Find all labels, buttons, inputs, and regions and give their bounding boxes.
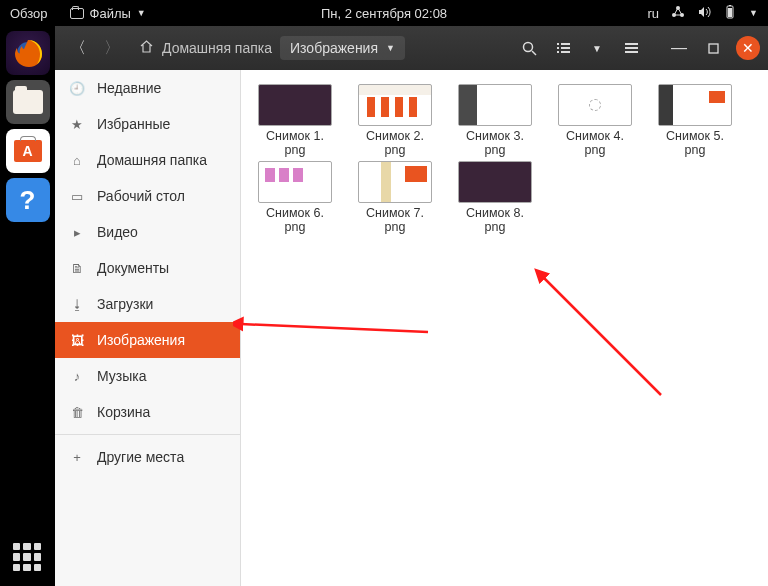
svg-rect-8 (557, 43, 559, 45)
sidebar-item-pictures[interactable]: 🖼Изображения (55, 322, 240, 358)
breadcrumb: Домашняя папка Изображения ▼ (139, 36, 405, 60)
chevron-down-icon: ▼ (386, 43, 395, 53)
file-label: Снимок 1. png (266, 129, 324, 157)
app-menu[interactable]: Файлы (90, 6, 131, 21)
annotation-arrow-1 (233, 312, 433, 342)
file-thumbnail (358, 84, 432, 126)
trash-icon: 🗑 (69, 404, 85, 420)
sidebar-item-starred[interactable]: ★Избранные (55, 106, 240, 142)
network-icon[interactable] (671, 5, 685, 22)
search-button[interactable] (514, 33, 544, 63)
sidebar: 🕘Недавние ★Избранные ⌂Домашняя папка ▭Ра… (55, 70, 241, 586)
music-icon: ♪ (69, 368, 85, 384)
sidebar-item-downloads[interactable]: ⭳Загрузки (55, 286, 240, 322)
sidebar-item-other[interactable]: +Другие места (55, 439, 240, 475)
svg-rect-9 (561, 43, 570, 45)
clock[interactable]: Пн, 2 сентября 02:08 (321, 6, 447, 21)
launcher: ? (0, 26, 55, 586)
file-item[interactable]: Снимок 5. png (649, 84, 741, 157)
document-icon: 🗎 (69, 260, 85, 276)
home-icon[interactable] (139, 39, 154, 57)
sidebar-item-label: Рабочий стол (97, 188, 185, 204)
svg-rect-17 (709, 44, 718, 53)
clock-icon: 🕘 (69, 80, 85, 96)
file-thumbnail (358, 161, 432, 203)
file-item[interactable]: Снимок 6. png (249, 161, 341, 234)
launcher-software[interactable] (6, 129, 50, 173)
file-item[interactable]: Снимок 3. png (449, 84, 541, 157)
chevron-down-icon[interactable]: ▼ (749, 8, 758, 18)
svg-rect-14 (625, 43, 638, 45)
file-label: Снимок 2. png (366, 129, 424, 157)
launcher-help[interactable]: ? (6, 178, 50, 222)
sidebar-item-music[interactable]: ♪Музыка (55, 358, 240, 394)
file-item[interactable]: Снимок 8. png (449, 161, 541, 234)
file-label: Снимок 3. png (466, 129, 524, 157)
hamburger-menu-button[interactable] (616, 33, 646, 63)
top-bar: Обзор Файлы ▼ Пн, 2 сентября 02:08 ru ▼ (0, 0, 768, 26)
svg-rect-5 (729, 5, 731, 6)
file-item[interactable]: Снимок 4. png (549, 84, 641, 157)
file-item[interactable]: Снимок 7. png (349, 161, 441, 234)
nav-forward-button[interactable]: 〉 (97, 33, 127, 63)
view-list-button[interactable] (548, 33, 578, 63)
sidebar-item-label: Недавние (97, 80, 161, 96)
file-label: Снимок 7. png (366, 206, 424, 234)
crumb-home[interactable]: Домашняя папка (162, 40, 272, 56)
home-icon: ⌂ (69, 152, 85, 168)
sidebar-item-documents[interactable]: 🗎Документы (55, 250, 240, 286)
files-window: 〈 〉 Домашняя папка Изображения ▼ ▼ — ✕ 🕘… (55, 26, 768, 586)
download-icon: ⭳ (69, 296, 85, 312)
header-bar: 〈 〉 Домашняя папка Изображения ▼ ▼ — ✕ (55, 26, 768, 70)
file-thumbnail (458, 161, 532, 203)
crumb-current[interactable]: Изображения ▼ (280, 36, 405, 60)
plus-icon: + (69, 449, 85, 465)
sidebar-item-label: Другие места (97, 449, 184, 465)
window-maximize-button[interactable] (698, 33, 728, 63)
svg-rect-15 (625, 47, 638, 49)
svg-line-19 (543, 277, 661, 395)
file-label: Снимок 6. png (266, 206, 324, 234)
sidebar-item-label: Корзина (97, 404, 150, 420)
launcher-firefox[interactable] (6, 31, 50, 75)
sidebar-item-home[interactable]: ⌂Домашняя папка (55, 142, 240, 178)
video-icon: ▸ (69, 224, 85, 240)
file-item[interactable]: Снимок 2. png (349, 84, 441, 157)
svg-line-18 (241, 324, 428, 332)
file-item[interactable]: Снимок 1. png (249, 84, 341, 157)
svg-rect-12 (557, 51, 559, 53)
sidebar-item-trash[interactable]: 🗑Корзина (55, 394, 240, 430)
svg-point-7 (523, 42, 532, 51)
window-minimize-button[interactable]: — (664, 33, 694, 63)
sidebar-item-label: Документы (97, 260, 169, 276)
file-label: Снимок 8. png (466, 206, 524, 234)
keyboard-layout[interactable]: ru (648, 6, 660, 21)
annotation-arrow-2 (531, 265, 671, 405)
svg-rect-16 (625, 51, 638, 53)
launcher-files[interactable] (6, 80, 50, 124)
battery-icon[interactable] (723, 5, 737, 22)
file-label: Снимок 5. png (666, 129, 724, 157)
view-dropdown-button[interactable]: ▼ (582, 33, 612, 63)
sidebar-item-desktop[interactable]: ▭Рабочий стол (55, 178, 240, 214)
svg-rect-13 (561, 51, 570, 53)
show-apps-button[interactable] (8, 538, 46, 576)
sidebar-item-label: Видео (97, 224, 138, 240)
file-thumbnail (258, 161, 332, 203)
sidebar-item-recent[interactable]: 🕘Недавние (55, 70, 240, 106)
desktop-icon: ▭ (69, 188, 85, 204)
file-grid[interactable]: Снимок 1. png Снимок 2. png Снимок 3. pn… (241, 70, 768, 586)
activities-button[interactable]: Обзор (10, 6, 48, 21)
nav-back-button[interactable]: 〈 (63, 33, 93, 63)
sidebar-item-videos[interactable]: ▸Видео (55, 214, 240, 250)
window-close-button[interactable]: ✕ (736, 36, 760, 60)
sidebar-item-label: Домашняя папка (97, 152, 207, 168)
file-label: Снимок 4. png (566, 129, 624, 157)
svg-rect-10 (557, 47, 559, 49)
svg-rect-11 (561, 47, 570, 49)
svg-rect-4 (728, 8, 732, 17)
sidebar-item-label: Избранные (97, 116, 170, 132)
file-thumbnail (658, 84, 732, 126)
volume-icon[interactable] (697, 5, 711, 22)
chevron-down-icon: ▼ (137, 8, 146, 18)
